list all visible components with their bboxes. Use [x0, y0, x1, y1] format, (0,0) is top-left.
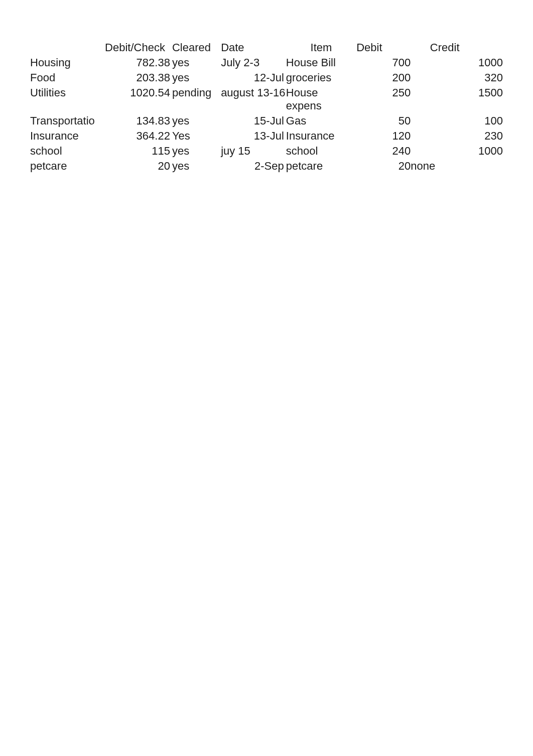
cell-date: 12-Jul [221, 70, 286, 85]
cell-category: petcare [30, 159, 105, 174]
cell-item: Insurance [286, 129, 356, 144]
table-row: Food203.38yes12-Julgroceries200320 [30, 70, 503, 85]
cell-cleared: Yes [172, 129, 221, 144]
table-row: Utilities1020.54pendingaugust 13-16House… [30, 85, 503, 113]
cell-item: groceries [286, 70, 356, 85]
cell-item: House Bill [286, 55, 356, 70]
table-row: Insurance364.22Yes13-JulInsurance120230 [30, 129, 503, 144]
cell-item: Gas [286, 113, 356, 129]
cell-cleared: pending [172, 85, 221, 113]
header-debit-check: Debit/Check [105, 40, 172, 55]
cell-credit-label [411, 70, 459, 85]
cell-item: petcare [286, 159, 356, 174]
cell-credit: 320 [460, 70, 503, 85]
cell-debit-check: 203.38 [105, 70, 172, 85]
cell-credit-label [411, 129, 459, 144]
cell-date: 15-Jul [221, 113, 286, 129]
cell-item: school [286, 144, 356, 159]
cell-debit: 50 [356, 113, 411, 129]
cell-credit-label: none [411, 159, 459, 174]
cell-debit-check: 1020.54 [105, 85, 172, 113]
table-row: petcare20yes2-Seppetcare20none [30, 159, 503, 174]
cell-cleared: yes [172, 70, 221, 85]
cell-category: Transportatio [30, 113, 105, 129]
cell-credit: 1000 [460, 55, 503, 70]
cell-debit: 250 [356, 85, 411, 113]
cell-date: august 13-16 [221, 85, 286, 113]
cell-debit: 20 [356, 159, 411, 174]
cell-cleared: yes [172, 113, 221, 129]
cell-cleared: yes [172, 159, 221, 174]
header-credit-spacer [460, 40, 503, 55]
cell-credit: 230 [460, 129, 503, 144]
cell-category: Food [30, 70, 105, 85]
cell-category: Housing [30, 55, 105, 70]
cell-credit-label [411, 144, 459, 159]
cell-date: juy 15 [221, 144, 286, 159]
cell-category: Utilities [30, 85, 105, 113]
cell-date: July 2-3 [221, 55, 286, 70]
cell-credit: 100 [460, 113, 503, 129]
cell-debit: 200 [356, 70, 411, 85]
table-row: school115yesjuy 15school2401000 [30, 144, 503, 159]
cell-debit-check: 134.83 [105, 113, 172, 129]
table-body: Housing782.38yesJuly 2-3House Bill700100… [30, 55, 503, 174]
cell-debit: 240 [356, 144, 411, 159]
cell-category: Insurance [30, 129, 105, 144]
cell-debit: 120 [356, 129, 411, 144]
cell-credit-label [411, 55, 459, 70]
cell-item: House expens [286, 85, 356, 113]
table-header-row: Debit/Check Cleared Date Item Debit Cred… [30, 40, 503, 55]
header-cleared: Cleared [172, 40, 221, 55]
header-debit: Debit [356, 40, 411, 55]
cell-date: 2-Sep [221, 159, 286, 174]
header-item: Item [286, 40, 356, 55]
header-category [30, 40, 105, 55]
cell-credit: 1000 [460, 144, 503, 159]
header-credit: Credit [411, 40, 459, 55]
cell-debit-check: 364.22 [105, 129, 172, 144]
cell-category: school [30, 144, 105, 159]
ledger-table: Debit/Check Cleared Date Item Debit Cred… [30, 40, 503, 174]
cell-debit-check: 782.38 [105, 55, 172, 70]
cell-date: 13-Jul [221, 129, 286, 144]
table-row: Housing782.38yesJuly 2-3House Bill700100… [30, 55, 503, 70]
cell-credit-label [411, 113, 459, 129]
cell-cleared: yes [172, 55, 221, 70]
header-date: Date [221, 40, 286, 55]
cell-cleared: yes [172, 144, 221, 159]
table-row: Transportatio134.83yes15-JulGas50100 [30, 113, 503, 129]
cell-debit-check: 115 [105, 144, 172, 159]
cell-credit: 1500 [460, 85, 503, 113]
cell-debit: 700 [356, 55, 411, 70]
cell-debit-check: 20 [105, 159, 172, 174]
cell-credit-label [411, 85, 459, 113]
cell-credit [460, 159, 503, 174]
